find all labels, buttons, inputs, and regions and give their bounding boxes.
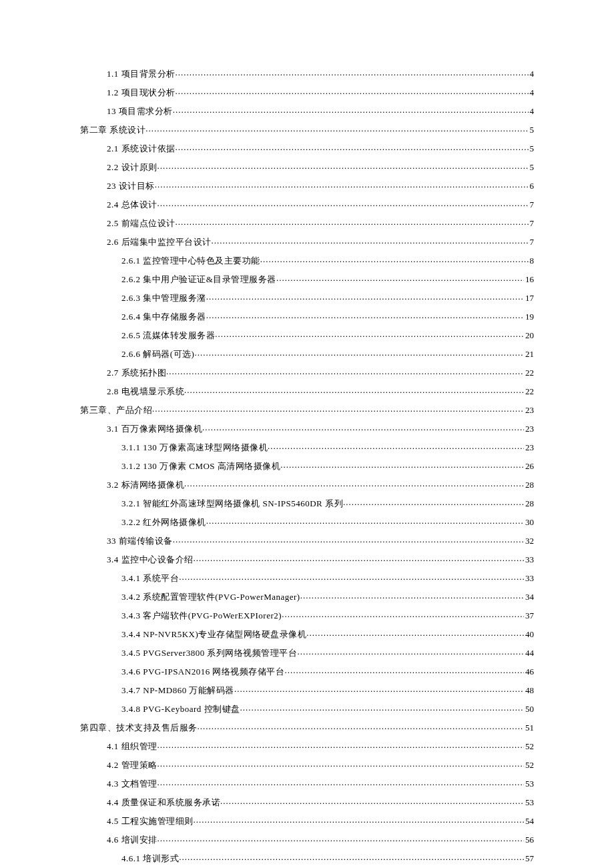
toc-entry: 33 前端传输设备 32: [80, 530, 534, 549]
toc-page-number: 17: [524, 294, 534, 302]
toc-leader: [158, 161, 529, 170]
toc-entry: 23 设计目标 6: [80, 175, 534, 194]
toc-page-number: 57: [524, 854, 534, 863]
toc-page-number: 30: [524, 518, 534, 526]
toc-page-number: 33: [524, 555, 534, 564]
toc-label: 2.2 设计原则: [107, 163, 158, 171]
toc-entry: 2.8 电视墙显示系统 22: [80, 381, 534, 400]
toc-label: 3.2.2 红外网络摄像机: [121, 518, 206, 526]
toc-page-number: 28: [524, 480, 534, 489]
toc-entry: 2.6.2 集中用户验证证&目录管理服务器 16: [80, 269, 534, 288]
toc-entry: 2.4 总体设计 7: [80, 194, 534, 213]
toc-leader: [300, 591, 524, 600]
toc-page-number: 19: [524, 312, 534, 321]
toc-page-number: 21: [524, 350, 534, 358]
toc-entry: 第三章、产品介绍 23: [80, 400, 534, 418]
toc-label: 3.4.1 系统平台: [121, 574, 179, 582]
toc-leader: [268, 442, 524, 450]
toc-label: 4.1 组织管理: [107, 742, 158, 751]
toc-page-number: 7: [529, 200, 535, 209]
toc-entry: 3.4.4 NP-NVR5KX)专业存储型网络硬盘录像机 40: [80, 624, 534, 642]
toc-leader: [173, 535, 524, 544]
toc-leader: [158, 834, 525, 843]
toc-label: 23 设计目标: [107, 181, 155, 190]
toc-leader: [220, 797, 524, 805]
toc-page-number: 16: [524, 275, 534, 284]
toc-entry: 1.2 项目现状分析 4: [80, 82, 534, 101]
toc-leader: [194, 348, 524, 357]
toc-leader: [212, 236, 529, 245]
toc-leader: [202, 423, 524, 432]
toc-leader: [166, 367, 524, 376]
toc-page-number: 54: [524, 817, 534, 825]
toc-label: 4.4 质量保证和系统服务承诺: [107, 798, 220, 807]
toc-label: 3.4 监控中心设备介绍: [107, 555, 194, 564]
toc-entry: 3.4.6 PVG-IPSAN2016 网络视频存储平台 46: [80, 661, 534, 680]
toc-leader: [176, 87, 529, 95]
toc-entry: 2.6.4 集中存储服务器 19: [80, 306, 534, 325]
toc-label: 2.8 电视墙显示系统: [107, 387, 184, 396]
toc-entry: 2.1 系统设计依据 5: [80, 138, 534, 157]
toc-leader: [179, 572, 524, 581]
toc-entry: 3.4 监控中心设备介绍 33: [80, 549, 534, 568]
toc-label: 2.6.2 集中用户验证证&目录管理服务器: [121, 275, 276, 284]
toc-label: 第三章、产品介绍: [80, 406, 152, 414]
toc-entry: 2.2 设计原则 5: [80, 157, 534, 175]
toc-leader: [158, 199, 529, 207]
toc-leader: [206, 516, 524, 525]
toc-label: 4.6 培训安排: [107, 835, 158, 844]
toc-leader: [176, 68, 529, 77]
toc-leader: [173, 105, 529, 114]
toc-entry: 3.4.5 PVGServer3800 系列网络视频管理平台 44: [80, 642, 534, 661]
toc-label: 2.7 系统拓扑图: [107, 368, 166, 377]
toc-page-number: 46: [524, 667, 534, 676]
toc-page-number: 23: [524, 443, 534, 452]
toc-page-number: 8: [529, 256, 535, 265]
toc-page-number: 48: [524, 686, 534, 695]
toc-label: 4.3 文档管理: [107, 779, 158, 788]
toc-label: 第四章、技术支持及售后服务: [80, 723, 198, 732]
toc-label: 4.6.1 培训形式: [121, 854, 179, 863]
toc-page-number: 20: [524, 331, 534, 340]
toc-leader: [306, 628, 524, 637]
toc-label: 4.2 管理策略: [107, 761, 158, 769]
toc-label: 3.1.1 130 万像素高速球型网络摄像机: [121, 443, 268, 452]
toc-label: 3.1 百万像素网络摄像机: [107, 424, 202, 433]
toc-page-number: 23: [524, 424, 534, 433]
toc-entry: 4.6.1 培训形式 57: [80, 848, 534, 867]
toc-label: 2.5 前端点位设计: [107, 219, 176, 228]
toc-page-number: 33: [524, 574, 534, 582]
toc-label: 3.4.2 系统配置管理软件(PVG-PowerManager): [121, 592, 300, 601]
toc-label: 2.6.5 流媒体转发服务器: [121, 331, 215, 340]
toc-leader: [276, 274, 524, 282]
toc-entry: 4.4 质量保证和系统服务承诺 53: [80, 792, 534, 811]
toc-leader: [282, 610, 524, 618]
toc-page-number: 5: [529, 125, 535, 134]
toc-entry: 3.4.1 系统平台 33: [80, 568, 534, 586]
toc-leader: [158, 778, 525, 787]
toc-leader: [152, 404, 524, 413]
toc-page-number: 4: [529, 69, 535, 78]
toc-page-number: 32: [524, 536, 534, 545]
toc-label: 2.6 后端集中监控平台设计: [107, 238, 212, 246]
toc-entry: 3.4.7 NP-MD860 万能解码器 48: [80, 680, 534, 699]
toc-page-number: 5: [529, 144, 535, 153]
toc-leader: [145, 124, 528, 133]
toc-leader: [215, 330, 524, 338]
toc-leader: [179, 853, 524, 861]
toc-entry: 3.4.8 PVG-Keyboard 控制键盘 50: [80, 699, 534, 717]
toc-page-number: 52: [524, 742, 534, 751]
toc-label: 1.1 项目背景分析: [107, 69, 176, 78]
toc-leader: [155, 180, 529, 189]
toc-page-number: 7: [529, 219, 535, 228]
toc-leader: [194, 815, 525, 824]
toc-label: 3.4.8 PVG-Keyboard 控制键盘: [121, 705, 240, 713]
toc-entry: 4.1 组织管理 52: [80, 736, 534, 755]
table-of-contents: 1.1 项目背景分析 41.2 项目现状分析 413 项目需求分析 4第二章 系…: [80, 63, 534, 868]
toc-page-number: 4: [529, 88, 535, 97]
toc-label: 2.6.4 集中存储服务器: [121, 312, 206, 321]
toc-entry: 4.2 管理策略 52: [80, 755, 534, 773]
page: 1.1 项目背景分析 41.2 项目现状分析 413 项目需求分析 4第二章 系…: [0, 0, 614, 868]
toc-leader: [297, 647, 524, 656]
toc-label: 2.6.6 解码器(可选): [121, 350, 194, 358]
